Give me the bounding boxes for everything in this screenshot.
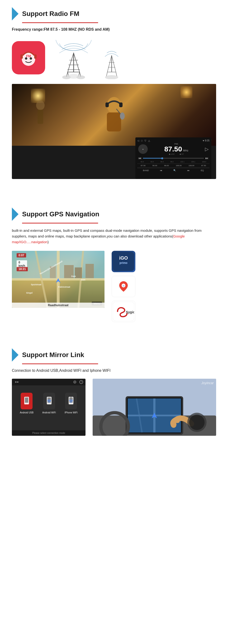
svg-text:Paleisstraat: Paleisstraat bbox=[58, 286, 70, 288]
svg-text:Spuistraat: Spuistraat bbox=[31, 283, 41, 286]
fm-section-title: Support Radio FM bbox=[22, 10, 79, 18]
gps-clock-box: 18:21 bbox=[17, 267, 28, 271]
gps-app-logos: iGO primo G bbox=[112, 251, 135, 322]
svg-point-84 bbox=[109, 421, 120, 432]
small-antenna-svg bbox=[100, 41, 124, 79]
mirror-screen-topbar: ? bbox=[12, 379, 85, 385]
fm-logo-icon: FM bbox=[17, 46, 40, 69]
svg-rect-27 bbox=[105, 102, 109, 107]
mirror-section: Support Mirror Link Connection to Androi… bbox=[0, 339, 228, 443]
fm-section: Support Radio FM Frequency range:FM 87.5… bbox=[0, 0, 228, 188]
fm-title-underline bbox=[22, 22, 98, 23]
iphone-wifi-label: IPhone WiFi bbox=[65, 411, 77, 414]
svg-point-86 bbox=[189, 414, 205, 430]
divider-2 bbox=[0, 329, 228, 339]
gps-section-title: Support GPS Navigation bbox=[22, 210, 99, 218]
fm-triangle-accent bbox=[12, 7, 18, 20]
svg-point-61 bbox=[74, 382, 75, 382]
svg-text:Sygic: Sygic bbox=[126, 310, 134, 314]
svg-point-25 bbox=[107, 97, 121, 114]
android-wifi-label: Android WiFi bbox=[42, 411, 56, 414]
svg-point-31 bbox=[36, 100, 45, 110]
mirror-back-icon bbox=[14, 380, 19, 384]
gps-street-label: Raadhuisstraat bbox=[12, 303, 104, 308]
fm-mhz: MHz bbox=[183, 149, 189, 152]
android-wifi-icon bbox=[43, 393, 55, 409]
mirror-description: Connection to Android USB,Android WIFI a… bbox=[12, 368, 216, 373]
android-usb-option[interactable]: Android USB bbox=[20, 393, 33, 414]
mirror-settings-icon bbox=[73, 380, 77, 384]
gps-triangle-accent bbox=[12, 208, 18, 221]
fm-eq-label: EQ bbox=[201, 169, 204, 172]
android-wifi-option[interactable]: Android WiFi bbox=[42, 393, 56, 414]
svg-point-30 bbox=[120, 112, 125, 120]
gps-images-row: Nieuwezijds Voorburgwal Spuistraat Palei… bbox=[12, 251, 216, 322]
svg-rect-28 bbox=[119, 102, 123, 107]
fm1-label: FM1 bbox=[175, 143, 178, 145]
mirror-connection-options: Android USB Android WiFi bbox=[12, 385, 85, 421]
fm-bottom-controls: BAND ⏮ 🔍 ⏭ EQ bbox=[137, 168, 210, 172]
fm-images-row: FM bbox=[12, 36, 216, 79]
svg-rect-72 bbox=[70, 397, 72, 398]
svg-text:?: ? bbox=[80, 381, 82, 384]
svg-rect-1 bbox=[20, 54, 23, 59]
fm-unit-top-bar: ◁□▽△ ♥ 8:05 bbox=[137, 139, 210, 142]
fm-unit-screen: ◁□▽△ ♥ 8:05 ● FM1 87.50 MHz bbox=[135, 138, 211, 179]
gps-section-header: Support GPS Navigation bbox=[12, 208, 216, 221]
large-antenna-svg bbox=[55, 36, 93, 79]
mirror-car-svg bbox=[93, 379, 216, 436]
svg-text:Dam: Dam bbox=[71, 275, 76, 278]
mirror-triangle-accent bbox=[12, 348, 18, 362]
mirror-link-screen: ? bbox=[12, 379, 85, 436]
svg-text:Dam: Dam bbox=[81, 278, 85, 281]
fm-subtitle: Frequency range:FM 87.5 - 108 MHZ (NO RD… bbox=[12, 27, 216, 32]
fm-band-label: BAND bbox=[143, 169, 149, 172]
svg-point-24 bbox=[105, 75, 118, 79]
gps-description: built-in and external GPS maps, built-in… bbox=[12, 228, 216, 245]
svg-rect-26 bbox=[107, 112, 121, 132]
svg-point-17 bbox=[68, 74, 80, 79]
gps-elapsed-box: 0:07 bbox=[17, 253, 26, 258]
fm-logo: FM bbox=[12, 41, 45, 74]
mirror-connection-prompt: Please select connection mode bbox=[12, 430, 85, 436]
small-antenna bbox=[100, 41, 124, 79]
svg-rect-32 bbox=[37, 110, 43, 124]
fm-clock: 8:05 bbox=[205, 139, 210, 142]
gps-section: Support GPS Navigation built-in and exte… bbox=[0, 198, 228, 329]
mirror-car-image: Joyincar bbox=[93, 379, 216, 436]
divider-1 bbox=[0, 188, 228, 198]
iphone-wifi-icon bbox=[65, 393, 77, 409]
antenna-group bbox=[55, 36, 124, 79]
google-maps-logo: G bbox=[112, 276, 135, 297]
svg-rect-59 bbox=[17, 382, 18, 382]
svg-text:iGO: iGO bbox=[119, 255, 128, 260]
gps-desc-text2: ) bbox=[47, 240, 49, 244]
svg-rect-2 bbox=[34, 54, 36, 59]
fm-section-header: Support Radio FM bbox=[12, 7, 216, 20]
mirror-images-row: ? bbox=[12, 379, 216, 436]
svg-rect-42 bbox=[85, 264, 94, 278]
iphone-wifi-option[interactable]: IPhone WiFi bbox=[65, 393, 77, 414]
fm-logo-inner: FM bbox=[17, 46, 40, 70]
gps-map-image: Nieuwezijds Voorburgwal Spuistraat Palei… bbox=[12, 251, 104, 308]
fm-frequency: 87.50 bbox=[164, 145, 182, 153]
svg-text:Singel: Singel bbox=[26, 292, 32, 294]
sygic-logo: Sygic bbox=[112, 301, 135, 322]
fm-loc: LOC bbox=[171, 153, 175, 155]
mirror-help-icon: ? bbox=[79, 380, 83, 384]
android-usb-icon bbox=[21, 393, 32, 409]
svg-text:primo: primo bbox=[119, 261, 127, 264]
svg-point-69 bbox=[49, 402, 50, 403]
svg-rect-65 bbox=[25, 398, 28, 403]
fm-st: ST bbox=[182, 153, 184, 155]
svg-text:FM: FM bbox=[26, 54, 31, 58]
mirror-title-underline bbox=[22, 364, 98, 364]
gps-title-underline bbox=[22, 223, 98, 224]
fm-car-image: Joyincar ◁□▽△ ♥ 8:05 ● FM1 bbox=[12, 84, 216, 179]
mirror-section-header: Support Mirror Link bbox=[12, 348, 216, 362]
igo-logo: iGO primo bbox=[112, 251, 135, 272]
android-usb-label: Android USB bbox=[20, 411, 33, 414]
mirror-section-title: Support Mirror Link bbox=[22, 351, 84, 359]
large-antenna bbox=[55, 36, 93, 79]
gps-map-svg: Nieuwezijds Voorburgwal Spuistraat Palei… bbox=[12, 251, 104, 308]
